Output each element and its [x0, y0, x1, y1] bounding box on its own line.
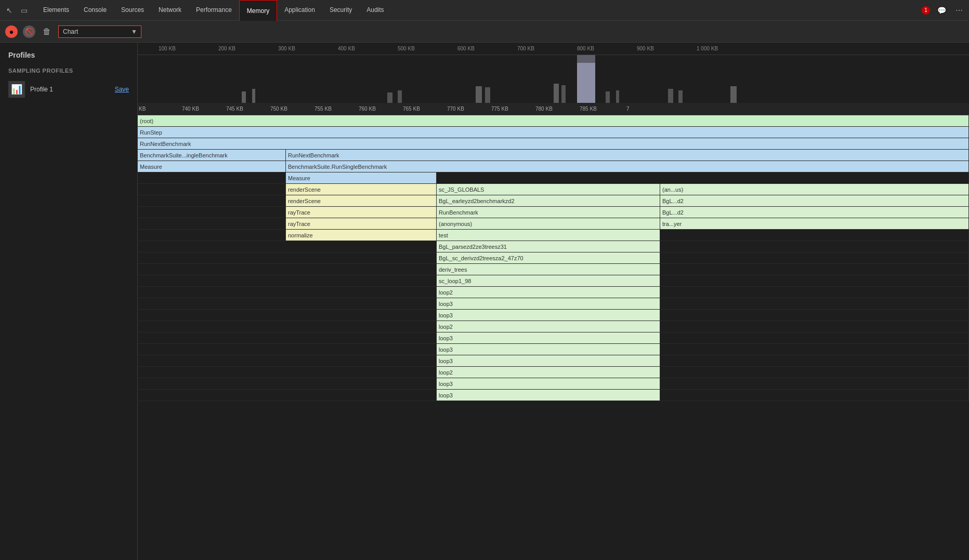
flame-cell-loop2a[interactable]: loop2 — [437, 287, 660, 298]
chart-type-select[interactable]: Chart Flame Chart Heavy (Bottom Up) Tree… — [58, 25, 141, 38]
flame-cell-loop3g[interactable]: loop3 — [437, 390, 660, 401]
flame-cell-empty23 — [138, 321, 437, 332]
tab-sources[interactable]: Sources — [114, 0, 151, 21]
record-button[interactable]: ● — [5, 25, 18, 38]
flame-cell-runbenchmark[interactable]: RunBenchmark — [437, 207, 660, 218]
flame-cell-loop3e[interactable]: loop3 — [437, 355, 660, 366]
flame-cell-tra-yer[interactable]: tra...yer — [660, 218, 969, 229]
profile-name: Profile 1 — [30, 86, 110, 93]
inspect-icon[interactable]: ▭ — [19, 4, 30, 17]
flame-cell-bgl-d2b[interactable]: BgL...d2 — [660, 207, 969, 218]
flame-cell-empty35 — [138, 390, 437, 401]
ruler-mark2-kb: KB — [139, 106, 146, 112]
tab-security[interactable]: Security — [322, 0, 359, 21]
flame-cell-deriv-trees[interactable]: deriv_trees — [437, 264, 660, 275]
flame-cell-loop2b[interactable]: loop2 — [437, 321, 660, 332]
table-row: loop2 — [138, 287, 969, 298]
ruler-mark-700kb: 700 KB — [517, 46, 534, 51]
table-row: Measure BenchmarkSuite.RunSingleBenchmar… — [138, 161, 969, 172]
tab-performance[interactable]: Performance — [189, 0, 239, 21]
ruler-mark-100kb: 100 KB — [159, 46, 176, 51]
ruler-mark-500kb: 500 KB — [398, 46, 415, 51]
pointer-icon[interactable]: ↖ — [4, 4, 15, 17]
flame-cell-empty18 — [660, 287, 969, 298]
more-icon[interactable]: ⋯ — [953, 4, 965, 17]
tab-memory[interactable]: Memory — [239, 0, 277, 21]
svg-rect-13 — [678, 90, 683, 103]
flame-cell-raytrace2[interactable]: rayTrace — [286, 218, 437, 229]
tab-audits[interactable]: Audits — [359, 0, 391, 21]
tab-network[interactable]: Network — [151, 0, 189, 21]
flame-cell-sc-js-globals[interactable]: sc_JS_GLOBALS — [437, 184, 660, 195]
flame-cell-empty20 — [660, 298, 969, 309]
flame-cell-empty16 — [660, 275, 969, 286]
flame-cell-bgl-d2[interactable]: BgL...d2 — [660, 195, 969, 206]
svg-rect-11 — [616, 90, 619, 103]
flame-cell-benchsuite-short[interactable]: BenchmarkSuite...ingleBenchmark — [138, 150, 286, 161]
tab-elements[interactable]: Elements — [36, 0, 76, 21]
record-icon: ● — [9, 28, 14, 36]
flame-cell-empty25 — [138, 332, 437, 343]
ruler-mark2-770: 770 KB — [447, 106, 464, 112]
cursor-tools: ↖ ▭ — [4, 4, 36, 17]
flame-cell-empty1 — [138, 172, 286, 183]
flame-cell-empty3 — [138, 184, 286, 195]
table-row: rayTrace (anonymous) tra...yer — [138, 218, 969, 230]
flame-cell-sc-loop1-98[interactable]: sc_loop1_98 — [437, 275, 660, 286]
flame-cell-an-us[interactable]: (an...us) — [660, 184, 969, 195]
top-nav: ↖ ▭ Elements Console Sources Network Per… — [0, 0, 969, 21]
flame-cell-runstep[interactable]: RunStep — [138, 127, 969, 138]
flame-cell-loop3a[interactable]: loop3 — [437, 298, 660, 309]
flame-cell-test[interactable]: test — [437, 230, 660, 241]
table-row: renderScene BgL_earleyzd2benchmarkzd2 Bg… — [138, 195, 969, 207]
flame-cell-empty17 — [138, 287, 437, 298]
flame-cell-empty8 — [660, 230, 969, 241]
flame-cell-empty27 — [138, 344, 437, 355]
flame-cell-empty19 — [138, 298, 437, 309]
flame-cell-benchsuite-full[interactable]: BenchmarkSuite.RunSingleBenchmark — [286, 161, 969, 172]
flame-chart[interactable]: (root) RunStep RunNextBenchmark Benchmar… — [138, 115, 969, 560]
flame-cell-empty36 — [660, 390, 969, 401]
profile-save-link[interactable]: Save — [115, 86, 129, 93]
flame-cell-loop2c[interactable]: loop2 — [437, 367, 660, 378]
flame-cell-loop3f[interactable]: loop3 — [437, 378, 660, 389]
table-row: loop2 — [138, 367, 969, 378]
flame-cell-renderscene2[interactable]: renderScene — [286, 195, 437, 206]
flame-cell-loop3d[interactable]: loop3 — [437, 344, 660, 355]
feedback-icon[interactable]: 💬 — [935, 4, 948, 17]
flame-cell-runnextbenchmark[interactable]: RunNextBenchmark — [138, 138, 969, 149]
profile-item[interactable]: 📊 Profile 1 Save — [0, 77, 137, 102]
tab-console[interactable]: Console — [76, 0, 114, 21]
flame-cell-bgl-sc-deriv[interactable]: BgL_sc_derivzd2treesza2_47z70 — [437, 252, 660, 263]
toolbar: ● 🚫 🗑 Chart Flame Chart Heavy (Bottom Up… — [0, 21, 969, 43]
svg-rect-4 — [476, 86, 482, 103]
chart-canvas[interactable]: KB 740 KB 745 KB 750 KB 755 KB 760 KB 76… — [138, 55, 969, 115]
table-row: Measure — [138, 172, 969, 184]
table-row: loop3 — [138, 298, 969, 310]
flame-cell-anonymous[interactable]: (anonymous) — [437, 218, 660, 229]
clear-button[interactable]: 🗑 — [41, 25, 53, 38]
flame-cell-normalize[interactable]: normalize — [286, 230, 437, 241]
flame-cell-measure[interactable]: Measure — [138, 161, 286, 172]
table-row: loop3 — [138, 390, 969, 401]
flame-cell-loop3b[interactable]: loop3 — [437, 310, 660, 321]
flame-cell-bgl-earley[interactable]: BgL_earleyzd2benchmarkzd2 — [437, 195, 660, 206]
table-row: BgL_parsezd2ze3treesz31 — [138, 241, 969, 252]
flame-cell-bgl-parse[interactable]: BgL_parsezd2ze3treesz31 — [437, 241, 660, 252]
flame-cell-empty29 — [138, 355, 437, 366]
flame-cell-loop3c[interactable]: loop3 — [437, 332, 660, 343]
ruler-mark2-765: 765 KB — [403, 106, 420, 112]
error-badge-row[interactable]: 1 — [922, 6, 930, 15]
chart-ruler-top: 100 KB 200 KB 300 KB 400 KB 500 KB 600 K… — [138, 43, 969, 55]
flame-cell-measure2[interactable]: Measure — [286, 172, 437, 183]
flame-cell-empty11 — [138, 252, 437, 263]
flame-cell-root[interactable]: (root) — [138, 115, 969, 126]
stop-button[interactable]: 🚫 — [23, 25, 35, 38]
flame-cell-runnextbenchmark2[interactable]: RunNextBenchmark — [286, 150, 969, 161]
ruler-mark-600kb: 600 KB — [457, 46, 475, 51]
main-area: Profiles SAMPLING PROFILES 📊 Profile 1 S… — [0, 43, 969, 560]
ruler-mark2-750: 750 KB — [270, 106, 287, 112]
tab-application[interactable]: Application — [277, 0, 322, 21]
flame-cell-renderscene1[interactable]: renderScene — [286, 184, 437, 195]
flame-cell-raytrace1[interactable]: rayTrace — [286, 207, 437, 218]
